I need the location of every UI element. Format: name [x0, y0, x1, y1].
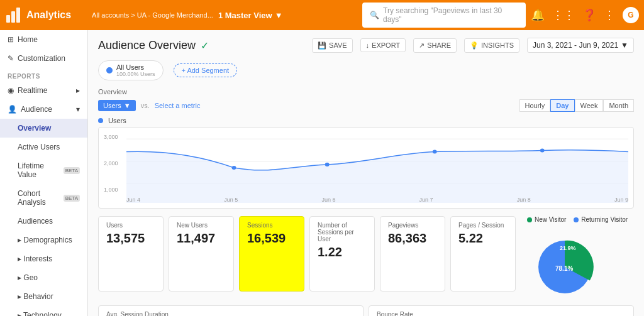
metric-sessions-per-user: Number of Sessions per User 1.22	[309, 216, 375, 291]
realtime-icon: ◉	[8, 86, 14, 95]
time-btn-hourly[interactable]: Hourly	[519, 99, 551, 112]
sidebar-item-overview[interactable]: Overview	[0, 119, 87, 138]
search-bar[interactable]: 🔍 Try searching "Pageviews in last 30 da…	[362, 3, 526, 28]
master-view-label: 1 Master View	[218, 11, 272, 20]
export-button[interactable]: ↓ EXPORT	[360, 38, 406, 52]
beta-badge: BETA	[64, 195, 80, 202]
svg-point-7	[325, 163, 330, 166]
pie-chart-section: New Visitor Returning Visitor	[521, 216, 634, 299]
insights-label: INSIGHTS	[481, 41, 514, 49]
metric-dropdown[interactable]: Users ▼	[98, 100, 136, 111]
sidebar-item-realtime[interactable]: ◉ Realtime ▸	[0, 81, 87, 100]
overview-section-label: Overview	[98, 88, 634, 95]
metric-new-users: New Users 11,497	[169, 216, 234, 291]
time-btn-day[interactable]: Day	[550, 99, 574, 112]
chevron-right-icon: ▸	[76, 86, 80, 95]
segment-label: All Users	[116, 63, 155, 71]
date-range-text: Jun 3, 2021 - Jun 9, 2021	[533, 41, 618, 50]
date-chevron-icon: ▼	[621, 41, 628, 50]
overview-label: Overview	[18, 124, 51, 133]
share-label: SHARE	[427, 41, 451, 49]
more-icon[interactable]: ⋮	[604, 8, 615, 22]
help-icon[interactable]: ❓	[582, 8, 596, 22]
verified-icon: ✓	[201, 40, 209, 52]
sidebar-item-label: Realtime	[18, 86, 47, 95]
sidebar-item-audiences[interactable]: Audiences	[0, 212, 87, 231]
share-button[interactable]: ↗ SHARE	[413, 38, 457, 53]
chevron-down-icon: ▾	[76, 105, 80, 114]
sidebar-item-geo[interactable]: ▸ Geo	[0, 268, 87, 287]
add-segment-button[interactable]: + Add Segment	[174, 63, 238, 77]
avatar[interactable]: G	[623, 7, 639, 23]
sidebar-item-lifetime-value[interactable]: Lifetime Value BETA	[0, 156, 87, 184]
cohort-analysis-label: Cohort Analysis	[18, 189, 58, 207]
metric-controls: Users ▼ vs. Select a metric Hourly Day W…	[98, 99, 634, 112]
line-chart: 3,000 2,000 1,000	[98, 127, 634, 209]
main-inner: Audience Overview ✓ 💾 SAVE ↓ EXPORT ↗ SH…	[88, 30, 644, 316]
metric-label: Users	[103, 102, 121, 109]
chart-legend: Users	[98, 117, 634, 124]
time-btn-month[interactable]: Month	[603, 99, 634, 112]
metric-bounce-rate: Bounce Rate 46.27%	[369, 305, 634, 316]
sidebar-item-active-users[interactable]: Active Users	[0, 138, 87, 156]
x-label-jun6: Jun 6	[321, 197, 335, 203]
sidebar-item-home[interactable]: ⊞ Home	[0, 30, 87, 49]
date-range-picker[interactable]: Jun 3, 2021 - Jun 9, 2021 ▼	[527, 38, 634, 53]
all-users-segment[interactable]: All Users 100.00% Users	[98, 60, 164, 80]
save-button[interactable]: 💾 SAVE	[312, 38, 353, 53]
apps-icon[interactable]: ⋮⋮	[552, 8, 575, 22]
export-label: EXPORT	[372, 41, 400, 49]
sidebar-item-behavior[interactable]: ▸ Behavior	[0, 287, 87, 306]
breadcrumb-text: All accounts > UA - Google Merchand...	[92, 11, 213, 19]
x-label-jun9: Jun 9	[614, 197, 628, 203]
sidebar-item-cohort-analysis[interactable]: Cohort Analysis BETA	[0, 184, 87, 212]
segment-chip-text: All Users 100.00% Users	[116, 63, 155, 77]
search-placeholder: Try searching "Pageviews in last 30 days…	[383, 6, 518, 24]
x-label-jun4: Jun 4	[126, 197, 140, 203]
sidebar-item-interests[interactable]: ▸ Interests	[0, 249, 87, 268]
geo-label: ▸ Geo	[18, 273, 38, 282]
technology-label: ▸ Technology	[18, 311, 62, 316]
metric-users: Users 13,575	[98, 216, 164, 291]
pie-svg: 78.1% 21.9%	[521, 228, 609, 297]
sidebar-item-audience[interactable]: 👤 Audience ▾	[0, 100, 87, 119]
add-segment-label: + Add Segment	[182, 67, 230, 74]
new-visitor-dot	[527, 217, 532, 222]
search-icon: 🔍	[370, 11, 379, 19]
main-layout: ⊞ Home ✎ Customization REPORTS ◉ Realtim…	[0, 30, 644, 316]
segment-dot	[106, 67, 113, 74]
sidebar: ⊞ Home ✎ Customization REPORTS ◉ Realtim…	[0, 30, 88, 316]
beta-badge: BETA	[64, 167, 80, 174]
new-visitor-legend: New Visitor	[527, 216, 566, 223]
insights-icon: 💡	[470, 41, 479, 50]
legend-dot	[98, 118, 103, 123]
topbar: Analytics All accounts > UA - Google Mer…	[0, 0, 644, 30]
y-label-2000: 2,000	[104, 160, 124, 166]
select-metric[interactable]: Select a metric	[155, 102, 201, 109]
sidebar-item-demographics[interactable]: ▸ Demographics	[0, 231, 87, 249]
notification-icon[interactable]: 🔔	[531, 8, 545, 22]
svg-point-6	[232, 166, 236, 170]
returning-visitor-dot	[574, 217, 579, 222]
sidebar-item-customization[interactable]: ✎ Customization	[0, 49, 87, 68]
home-icon: ⊞	[8, 35, 14, 44]
metric-left: Users ▼ vs. Select a metric	[98, 100, 200, 111]
returning-visitor-legend: Returning Visitor	[574, 216, 628, 223]
sidebar-item-label: Customization	[18, 54, 65, 63]
segment-sublabel: 100.00% Users	[116, 71, 155, 77]
interests-label: ▸ Interests	[18, 254, 52, 263]
audiences-label: Audiences	[18, 217, 53, 226]
svg-point-9	[540, 148, 545, 152]
insights-button[interactable]: 💡 INSIGHTS	[464, 38, 519, 53]
lifetime-value-label: Lifetime Value	[18, 161, 58, 179]
master-view[interactable]: 1 Master View ▼	[218, 11, 283, 20]
time-buttons: Hourly Day Week Month	[519, 99, 634, 112]
chart-svg	[126, 133, 628, 203]
save-icon: 💾	[318, 41, 326, 50]
time-btn-week[interactable]: Week	[575, 99, 604, 112]
behavior-label: ▸ Behavior	[18, 292, 53, 301]
sidebar-item-technology[interactable]: ▸ Technology	[0, 306, 87, 316]
svg-text:78.1%: 78.1%	[555, 265, 573, 272]
chevron-down-icon: ▼	[275, 11, 283, 20]
y-label-1000: 1,000	[104, 187, 124, 193]
